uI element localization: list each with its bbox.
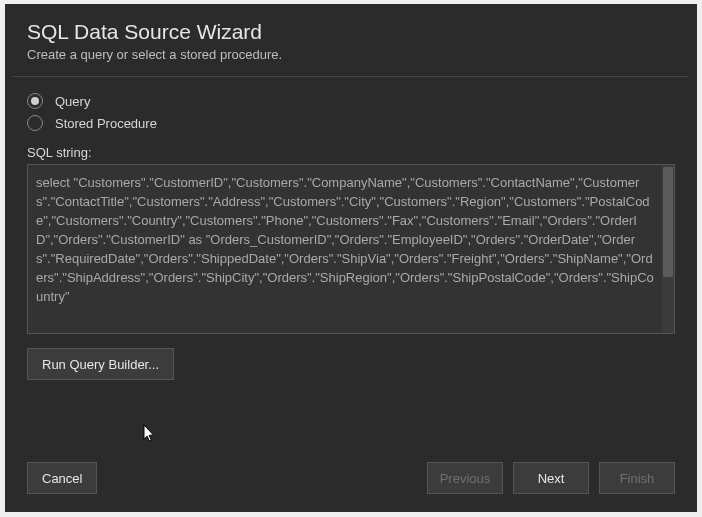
radio-icon bbox=[27, 93, 43, 109]
cancel-label: Cancel bbox=[42, 471, 82, 486]
wizard-header: SQL Data Source Wizard Create a query or… bbox=[5, 4, 697, 76]
radio-query[interactable]: Query bbox=[27, 93, 675, 109]
radio-stored-procedure-label: Stored Procedure bbox=[55, 116, 157, 131]
sql-string-textarea[interactable]: select "Customers"."CustomerID","Custome… bbox=[27, 164, 675, 334]
next-label: Next bbox=[538, 471, 565, 486]
run-query-builder-label: Run Query Builder... bbox=[42, 357, 159, 372]
finish-button[interactable]: Finish bbox=[599, 462, 675, 494]
wizard-subtitle: Create a query or select a stored proced… bbox=[27, 47, 675, 62]
finish-label: Finish bbox=[620, 471, 655, 486]
radio-query-label: Query bbox=[55, 94, 90, 109]
radio-stored-procedure[interactable]: Stored Procedure bbox=[27, 115, 675, 131]
next-button[interactable]: Next bbox=[513, 462, 589, 494]
wizard-title: SQL Data Source Wizard bbox=[27, 20, 675, 44]
sql-string-text: select "Customers"."CustomerID","Custome… bbox=[28, 165, 662, 333]
scrollbar-vertical[interactable] bbox=[662, 165, 674, 333]
scrollbar-thumb[interactable] bbox=[663, 167, 673, 277]
wizard-dialog: SQL Data Source Wizard Create a query or… bbox=[5, 4, 697, 512]
radio-icon bbox=[27, 115, 43, 131]
wizard-content: Query Stored Procedure SQL string: selec… bbox=[5, 77, 697, 446]
sql-string-label: SQL string: bbox=[27, 145, 675, 160]
run-query-builder-button[interactable]: Run Query Builder... bbox=[27, 348, 174, 380]
previous-label: Previous bbox=[440, 471, 491, 486]
wizard-footer: Cancel Previous Next Finish bbox=[5, 446, 697, 512]
cancel-button[interactable]: Cancel bbox=[27, 462, 97, 494]
previous-button[interactable]: Previous bbox=[427, 462, 503, 494]
